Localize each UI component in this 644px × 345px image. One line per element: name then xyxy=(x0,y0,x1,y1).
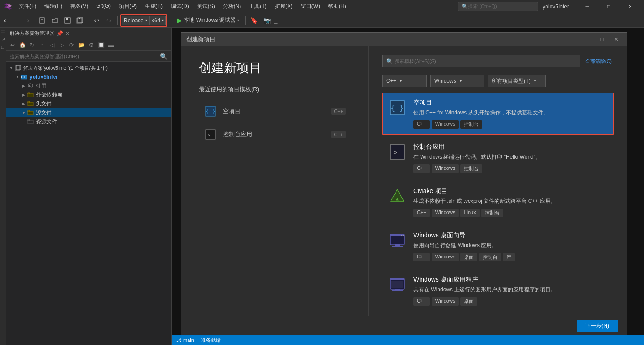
template-card-desc-1: 在 Windows 终端运行代码。默认打印 "Hello World"。 xyxy=(413,153,607,161)
menu-window[interactable]: 窗口(W) xyxy=(297,1,324,12)
toolbar-camera-btn[interactable]: 📷 xyxy=(261,15,273,26)
toolbar-redo-btn[interactable]: ↪ xyxy=(104,15,114,26)
tree-item-resources[interactable]: ▶ 资源文件 xyxy=(6,117,171,126)
tree-item-external-deps[interactable]: ▶ 外部依赖项 xyxy=(6,90,171,99)
recent-template-1[interactable]: >_ 控制台应用 C++ xyxy=(199,124,350,145)
menu-build[interactable]: 生成(B) xyxy=(141,1,166,12)
toolbar-forward-btn[interactable]: ⟶ xyxy=(17,15,31,26)
tree-item-references[interactable]: ▶ R 引用 xyxy=(6,81,171,90)
sidebar-icon-solution[interactable]: ☰ xyxy=(0,29,6,36)
tag-cpp-3: C++ xyxy=(413,253,430,261)
panel-toolbar-btn-6[interactable]: ▷ xyxy=(57,41,66,50)
menu-test[interactable]: 测试(S) xyxy=(194,1,219,12)
sidebar-icon-git[interactable]: ⎇ xyxy=(0,37,6,43)
minimize-button[interactable]: ─ xyxy=(577,0,598,13)
menu-project[interactable]: 项目(P) xyxy=(115,1,140,12)
template-card-icon-4 xyxy=(388,276,406,294)
template-card-2[interactable]: ▲ CMake 项目 生成不依赖于 .sln 或 .vcxproj 文件的新式跨… xyxy=(382,181,614,223)
tree-item-sources[interactable]: ▼ 源文件 xyxy=(6,108,171,117)
config-release-dropdown[interactable]: Release ▾ xyxy=(122,16,149,25)
svg-rect-34 xyxy=(395,244,400,246)
dialog-footer: 下一步(N) xyxy=(181,316,627,336)
template-card-3[interactable]: Windows 桌面向导 使用向导自行创建 Windows 应用。 C++ Wi… xyxy=(382,225,614,268)
svg-rect-35 xyxy=(390,234,404,236)
panel-toolbar-btn-4[interactable]: ↑ xyxy=(38,41,46,50)
platform-filter-dropdown[interactable]: Windows ▾ xyxy=(430,75,484,87)
tag-console-1: 控制台 xyxy=(460,164,482,173)
template-card-name-2: CMake 项目 xyxy=(413,187,607,195)
menu-file[interactable]: 文件(F) xyxy=(15,1,40,12)
template-card-4[interactable]: Windows 桌面应用程序 具有在 Windows 上运行的图形用户界面的应用… xyxy=(382,269,614,307)
template-search-box[interactable]: 🔍 xyxy=(382,55,580,67)
panel-toolbar-btn-5[interactable]: ◁ xyxy=(47,41,56,50)
tag-cpp-0: C++ xyxy=(413,120,430,129)
toolbar-save-btn[interactable] xyxy=(62,15,73,26)
menu-tools[interactable]: 工具(T) xyxy=(245,1,270,12)
toolbar-new-btn[interactable] xyxy=(37,15,48,26)
panel-toolbar-btn-2[interactable]: 🏠 xyxy=(18,41,27,50)
tree-project[interactable]: ▼ C++ yolov5Infer xyxy=(6,72,171,81)
toolbar-open-btn[interactable] xyxy=(50,15,60,26)
toolbar-sep-4 xyxy=(170,16,170,25)
svg-text:{ }: { } xyxy=(206,109,215,115)
panel-toolbar-btn-1[interactable]: ↩ xyxy=(8,41,17,50)
tree-solution[interactable]: ▼ 解决方案'yolov5Infer'(1 个项目/共 1 个) xyxy=(6,63,171,72)
svg-rect-0 xyxy=(40,18,44,23)
template-card-desc-2: 生成不依赖于 .sln 或 .vcxproj 文件的新式跨平台 C++ 应用。 xyxy=(413,197,607,205)
panel-close-btn[interactable]: ✕ xyxy=(64,30,71,37)
recent-template-name-0: 空项目 xyxy=(223,107,331,115)
template-card-tags-3: C++ Windows 桌面 控制台 库 xyxy=(413,253,607,261)
menu-git[interactable]: Git(G) xyxy=(93,1,114,12)
panel-toolbar-btn-3[interactable]: ↻ xyxy=(28,41,37,50)
play-icon: ▶ xyxy=(177,16,182,25)
toolbar-sep-5 xyxy=(245,16,246,25)
title-search-box[interactable]: 🔍 搜索 (Ctrl+Q) xyxy=(458,2,538,11)
template-card-content-0: 空项目 使用 C++ for Windows 从头开始操作，不提供基础文件。 C… xyxy=(413,99,607,129)
next-button[interactable]: 下一步(N) xyxy=(577,320,618,332)
tag-console-3: 控制台 xyxy=(479,253,501,261)
menu-analyze[interactable]: 分析(N) xyxy=(219,1,245,12)
dialog-close-btn[interactable]: ✕ xyxy=(611,34,622,45)
svg-text:▲: ▲ xyxy=(396,196,399,201)
menu-extensions[interactable]: 扩展(X) xyxy=(271,1,296,12)
close-button[interactable]: ✕ xyxy=(620,0,640,13)
panel-pin-btn[interactable]: 📌 xyxy=(56,30,63,37)
toolbar-saveall-btn[interactable] xyxy=(75,15,85,26)
lang-filter-dropdown[interactable]: C++ ▾ xyxy=(382,75,427,87)
panel-toolbar-btn-10[interactable]: 🔲 xyxy=(97,41,105,50)
menu-debug[interactable]: 调试(D) xyxy=(167,1,193,12)
toolbar-bookmark-btn[interactable]: 🔖 xyxy=(248,15,260,26)
menu-edit[interactable]: 编辑(E) xyxy=(41,1,66,12)
menu-view[interactable]: 视图(V) xyxy=(67,1,92,12)
panel-toolbar-btn-9[interactable]: ⚙ xyxy=(87,41,96,50)
panel-toolbar-btn-8[interactable]: 📂 xyxy=(77,41,86,50)
recent-template-0[interactable]: { } 空项目 C++ xyxy=(199,101,350,122)
panel-toolbar-btn-filter[interactable]: ▬ xyxy=(106,41,115,50)
app-title-label: yolov5Infer xyxy=(543,4,569,10)
dialog-main-title: 创建新项目 xyxy=(199,59,350,76)
type-filter-dropdown[interactable]: 所有项目类型(T) ▾ xyxy=(488,75,546,87)
panel-toolbar-btn-7[interactable]: ⟳ xyxy=(67,41,76,50)
tree-item-headers[interactable]: ▶ 头文件 xyxy=(6,99,171,108)
run-dropdown-arrow: ▾ xyxy=(237,18,239,22)
config-arch-label: x64 xyxy=(152,17,160,24)
sidebar-icon-classes[interactable]: ◫ xyxy=(0,44,6,50)
window-controls: ─ □ ✕ xyxy=(577,0,640,13)
create-project-dialog: 创建新项目 □ ✕ 创建新项目 最近使用的项目模板(R) xyxy=(181,32,627,336)
config-arch-dropdown[interactable]: x64 ▾ xyxy=(149,16,166,25)
run-button[interactable]: ▶ 本地 Windows 调试器 ▾ xyxy=(173,15,242,25)
template-card-1[interactable]: >_ 控制台应用 在 Windows 终端运行代码。默认打印 "Hello Wo… xyxy=(382,137,614,179)
toolbar-back-btn[interactable]: ⟵ xyxy=(2,15,16,26)
template-search-input[interactable] xyxy=(395,59,576,64)
config-release-label: Release xyxy=(124,17,143,24)
template-card-0[interactable]: { } 空项目 使用 C++ for Windows 从头开始操作，不提供基础文… xyxy=(382,93,614,135)
panel-search-input[interactable] xyxy=(10,54,158,59)
menu-help[interactable]: 帮助(H) xyxy=(324,1,350,12)
toolbar-sep-1 xyxy=(34,16,34,25)
panel-search-icon[interactable]: 🔍 xyxy=(160,53,168,60)
clear-all-link[interactable]: 全部清除(C) xyxy=(584,56,614,67)
toolbar-undo-btn[interactable]: ↩ xyxy=(91,15,102,26)
panel-header-icons: 📌 ✕ xyxy=(56,30,71,37)
maximize-button[interactable]: □ xyxy=(598,0,619,13)
dialog-maximize-btn[interactable]: □ xyxy=(597,34,607,45)
